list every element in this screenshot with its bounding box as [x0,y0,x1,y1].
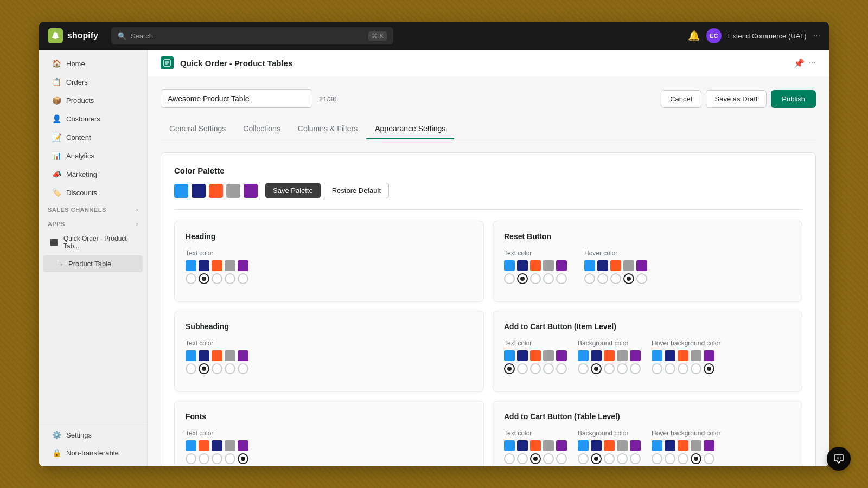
heading-swatch-1[interactable] [199,260,209,271]
atct-radio-b1[interactable] [591,453,602,464]
atci-radio-b2[interactable] [604,363,615,374]
atct-swatch-t4[interactable] [556,440,567,451]
heading-radio-4[interactable] [238,273,248,284]
atci-radio-b1[interactable] [591,363,602,374]
atct-radio-t3[interactable] [543,453,554,464]
sidebar-item-orders[interactable]: 📋 Orders [43,73,143,91]
atci-radio-t1[interactable] [517,363,528,374]
reset-swatch-t2[interactable] [530,260,541,271]
search-bar[interactable]: 🔍 Search ⌘ K [111,27,393,44]
atct-radio-h2[interactable] [678,453,688,464]
atct-radio-t0[interactable] [504,453,515,464]
reset-radio-t2[interactable] [530,273,541,284]
atci-swatch-h1[interactable] [665,350,675,361]
atct-radio-b0[interactable] [578,453,589,464]
atct-swatch-h4[interactable] [704,440,714,451]
fonts-radio-3[interactable] [225,453,235,464]
atci-swatch-t0[interactable] [504,350,515,361]
atct-radio-b2[interactable] [604,453,615,464]
palette-swatch-2[interactable] [209,184,223,198]
reset-radio-t3[interactable] [543,273,554,284]
notification-bell-icon[interactable]: 🔔 [688,30,700,42]
fonts-radio-4[interactable] [238,453,248,464]
heading-swatch-0[interactable] [186,260,196,271]
atci-radio-h3[interactable] [691,363,701,374]
save-palette-button[interactable]: Save Palette [265,183,321,198]
atci-radio-b4[interactable] [630,363,641,374]
subheading-radio-0[interactable] [186,363,196,374]
atci-radio-h1[interactable] [665,363,675,374]
reset-swatch-h2[interactable] [610,260,621,271]
save-draft-button[interactable]: Save as Draft [706,90,767,108]
heading-radio-2[interactable] [212,273,222,284]
fonts-swatch-2[interactable] [212,440,222,451]
sidebar-item-settings[interactable]: ⚙️ Settings [43,426,143,444]
atci-radio-t0[interactable] [504,363,515,374]
atci-swatch-b0[interactable] [578,350,589,361]
atci-radio-h2[interactable] [678,363,688,374]
cancel-button[interactable]: Cancel [661,90,701,108]
reset-radio-t4[interactable] [556,273,567,284]
subheading-radio-3[interactable] [225,363,235,374]
subheading-radio-2[interactable] [212,363,222,374]
atci-swatch-b1[interactable] [591,350,602,361]
atci-radio-t2[interactable] [530,363,541,374]
atct-radio-t4[interactable] [556,453,567,464]
sidebar-item-products[interactable]: 📦 Products [43,92,143,109]
atct-radio-h0[interactable] [652,453,662,464]
atci-swatch-h3[interactable] [691,350,701,361]
atci-radio-h0[interactable] [652,363,662,374]
atct-radio-h1[interactable] [665,453,675,464]
atct-swatch-b2[interactable] [604,440,615,451]
sidebar-item-customers[interactable]: 👤 Customers [43,110,143,127]
sidebar-item-content[interactable]: 📝 Content [43,129,143,146]
reset-swatch-h3[interactable] [623,260,634,271]
atct-swatch-h3[interactable] [691,440,701,451]
sidebar-item-product-table[interactable]: ↳ Product Table [43,255,143,272]
heading-swatch-4[interactable] [238,260,248,271]
sidebar-item-non-transferable[interactable]: 🔒 Non-transferable [43,444,143,461]
reset-radio-t0[interactable] [504,273,515,284]
reset-radio-h3[interactable] [623,273,634,284]
atct-swatch-b3[interactable] [617,440,628,451]
atci-swatch-h0[interactable] [652,350,662,361]
atci-swatch-b3[interactable] [617,350,628,361]
atct-swatch-h0[interactable] [652,440,662,451]
atct-swatch-t2[interactable] [530,440,541,451]
tab-columns-filters[interactable]: Columns & Filters [289,119,366,139]
atct-radio-t2[interactable] [530,453,541,464]
atct-swatch-b1[interactable] [591,440,602,451]
atct-swatch-t3[interactable] [543,440,554,451]
reset-radio-t1[interactable] [517,273,528,284]
reset-swatch-t3[interactable] [543,260,554,271]
palette-swatch-1[interactable] [192,184,206,198]
atct-swatch-b4[interactable] [630,440,641,451]
sidebar-item-home[interactable]: 🏠 Home [43,55,143,72]
reset-radio-h0[interactable] [584,273,595,284]
page-more-icon[interactable]: ··· [809,58,816,68]
tab-general-settings[interactable]: General Settings [161,119,234,139]
atci-radio-t4[interactable] [556,363,567,374]
product-table-name-input[interactable] [161,89,312,108]
subheading-radio-4[interactable] [238,363,248,374]
atct-radio-b4[interactable] [630,453,641,464]
apps-chevron-icon[interactable]: › [136,220,139,228]
publish-button[interactable]: Publish [771,90,816,108]
atct-radio-h3[interactable] [691,453,701,464]
atct-swatch-h2[interactable] [678,440,688,451]
avatar[interactable]: EC [706,28,722,43]
reset-radio-h2[interactable] [610,273,621,284]
reset-swatch-t4[interactable] [556,260,567,271]
sidebar-item-discounts[interactable]: 🏷️ Discounts [43,184,143,201]
heading-radio-0[interactable] [186,273,196,284]
reset-swatch-h0[interactable] [584,260,595,271]
atci-radio-t3[interactable] [543,363,554,374]
reset-swatch-t0[interactable] [504,260,515,271]
heading-radio-3[interactable] [225,273,235,284]
sidebar-item-quick-order[interactable]: ⬛ Quick Order - Product Tab... [43,230,143,254]
tab-appearance-settings[interactable]: Appearance Settings [366,119,454,139]
tab-collections[interactable]: Collections [234,119,289,139]
fonts-radio-0[interactable] [186,453,196,464]
palette-swatch-4[interactable] [244,184,258,198]
atct-radio-h4[interactable] [704,453,714,464]
